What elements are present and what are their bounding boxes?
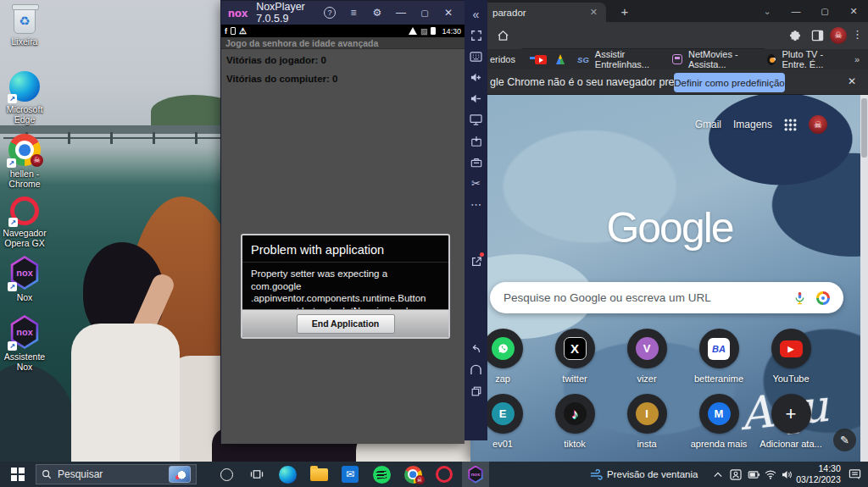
ntp-search-bar[interactable]: Pesquise no Google ou escreva um URL (490, 282, 843, 313)
sidebar-collapse-icon[interactable]: « (465, 3, 487, 25)
scrollbar[interactable] (860, 95, 868, 462)
end-application-button[interactable]: End Application (297, 314, 395, 334)
extensions-puzzle-icon[interactable] (789, 30, 801, 42)
screenshot-scissors-icon[interactable]: ✂ (465, 173, 487, 194)
desktop-icon-nox[interactable]: nox ↗ Nox (0, 256, 49, 302)
shortcut-youtube[interactable]: ▶ YouTube (755, 329, 826, 384)
taskbar-edge[interactable] (274, 462, 301, 487)
nox-minimize-button[interactable]: — (392, 7, 410, 19)
bookmark-netmovies[interactable]: NetMovies - Assista... (688, 49, 758, 69)
chrome-close-button[interactable]: ✕ (839, 6, 868, 17)
shortcut-add[interactable]: + Adicionar ata... (755, 394, 826, 449)
taskbar-mail[interactable]: ✉ (337, 462, 364, 487)
profile-avatar[interactable]: ☠ (830, 27, 847, 44)
chrome-maximize-button[interactable]: ▢ (810, 7, 839, 16)
infobar-close-icon[interactable]: ✕ (848, 75, 856, 87)
android-back-icon[interactable] (465, 338, 487, 359)
shortcut-betteranime[interactable]: BA betteranime (683, 329, 754, 384)
betteranime-icon: BA (708, 338, 730, 360)
nox-settings-gear-icon[interactable]: ⚙ (368, 7, 387, 19)
images-link[interactable]: Imagens (733, 119, 772, 130)
bookmarks-bar: eridos SG Assistir Entrelinhas... NetMov… (470, 49, 868, 69)
new-tab-button[interactable]: + (616, 4, 633, 19)
chrome-minimize-button[interactable]: — (782, 6, 810, 16)
google-logo: Google (559, 203, 780, 252)
shortcut-vizer[interactable]: V vizer (611, 329, 682, 384)
start-button[interactable] (0, 462, 36, 487)
chrome-tab[interactable]: parador ✕ (472, 3, 606, 22)
bookmark-pluto[interactable]: Pluto TV - Entre. É... (782, 49, 848, 69)
nox-help-button[interactable]: ? (324, 7, 336, 19)
fullscreen-icon[interactable] (465, 25, 487, 46)
task-view-icon (250, 468, 264, 480)
shortcut-insta[interactable]: I insta (611, 394, 682, 449)
share-export-icon[interactable] (465, 251, 487, 272)
virtual-screen-icon[interactable] (465, 109, 487, 130)
volume-down-icon[interactable] (465, 88, 487, 109)
shortcut-arrow-icon: ↗ (8, 341, 17, 351)
chrome-menu-icon[interactable]: ⋮ (852, 28, 863, 41)
android-home-icon[interactable] (465, 359, 487, 380)
desktop-icon-lixeira[interactable]: ♻ Lixeira (0, 7, 49, 47)
multi-instance-icon[interactable] (465, 152, 487, 173)
keyboard-icon[interactable] (465, 46, 487, 67)
chrome-toolbar: Procurar no Google ou introduzir um URL … (470, 22, 868, 49)
drive-bookmark-icon[interactable] (556, 54, 565, 64)
whatsapp-icon (492, 337, 515, 360)
desktop-icon-assistente-nox[interactable]: nox ↗ Assistente Nox (0, 315, 49, 372)
taskbar-opera[interactable] (431, 462, 458, 487)
desktop-icon-opera-gx[interactable]: ↗ Navegador Opera GX (0, 196, 49, 248)
cortana-button[interactable] (214, 462, 239, 487)
weather-text[interactable]: Previsão de ventania (607, 462, 698, 487)
battery-tray-icon[interactable] (746, 462, 761, 487)
player-score-text: Vitórias do jogador: 0 (226, 55, 326, 65)
more-options-icon[interactable]: ⋯ (465, 194, 487, 215)
bookmark-cut-label[interactable]: eridos (490, 54, 515, 64)
search-highlight-image[interactable] (169, 466, 191, 483)
gmail-link[interactable]: Gmail (695, 119, 721, 130)
google-apps-grid-icon[interactable] (784, 119, 797, 131)
nox-maximize-button[interactable]: ▢ (415, 8, 434, 18)
desktop-icon-hellen-chrome[interactable]: ☠ ↗ hellen - Chrome (0, 134, 49, 189)
tab-close-icon[interactable]: ✕ (588, 7, 599, 18)
action-center-icon[interactable] (844, 462, 865, 487)
taskbar-chrome[interactable]: ☠ (399, 462, 426, 487)
taskbar: Pesquisar ✉ ☠ nox Previsão de ventania 1… (0, 462, 868, 487)
meet-now-icon[interactable] (728, 462, 743, 487)
battery-status-icon (431, 27, 436, 35)
shortcut-tiktok[interactable]: ♪ tiktok (539, 394, 610, 449)
install-apk-icon[interactable] (465, 130, 487, 152)
home-icon[interactable] (497, 30, 509, 42)
volume-tray-icon[interactable] (779, 462, 794, 487)
nox-close-button[interactable]: ✕ (439, 7, 458, 19)
wifi-tray-icon[interactable] (763, 462, 778, 487)
taskbar-clock[interactable]: 14:3003/12/2023 (795, 462, 842, 487)
bookmark-entrelinhas[interactable]: Assistir Entrelinhas... (595, 49, 663, 69)
mail-icon: ✉ (342, 466, 359, 483)
nox-menu-button[interactable]: ≡ (344, 7, 363, 19)
shortcut-arrow-icon: ↗ (7, 158, 16, 168)
side-panel-icon[interactable] (811, 30, 824, 42)
tray-chevron-icon[interactable] (710, 462, 726, 487)
volume-up-icon[interactable] (465, 67, 487, 88)
customize-pencil-button[interactable]: ✎ (833, 429, 856, 451)
shortcut-aprenda-mais[interactable]: M aprenda mais (683, 394, 754, 449)
desktop-icon-edge[interactable]: ↗ Microsoft Edge (0, 71, 49, 125)
google-lens-icon[interactable] (816, 291, 830, 305)
task-view-button[interactable] (244, 462, 270, 487)
tab-search-chevron-icon[interactable]: ⌄ (753, 6, 782, 17)
scrollbar-thumb[interactable] (861, 98, 867, 158)
taskbar-search-placeholder: Pesquisar (58, 468, 163, 480)
android-recents-icon[interactable] (465, 380, 487, 401)
taskbar-nox-active[interactable]: nox (462, 462, 489, 487)
set-default-button[interactable]: Definir como predefinição (674, 73, 785, 92)
youtube-bookmark-icon[interactable] (535, 55, 547, 64)
mic-icon[interactable] (793, 291, 806, 305)
notification-dot (480, 252, 484, 257)
taskbar-spotify[interactable] (368, 462, 395, 487)
taskbar-search-box[interactable]: Pesquisar (36, 464, 197, 484)
taskbar-explorer[interactable] (305, 462, 332, 487)
ntp-profile-avatar[interactable]: ☠ (809, 115, 827, 134)
bookmarks-overflow-icon[interactable]: » (854, 54, 860, 64)
shortcut-twitter[interactable]: X twitter (539, 329, 610, 384)
